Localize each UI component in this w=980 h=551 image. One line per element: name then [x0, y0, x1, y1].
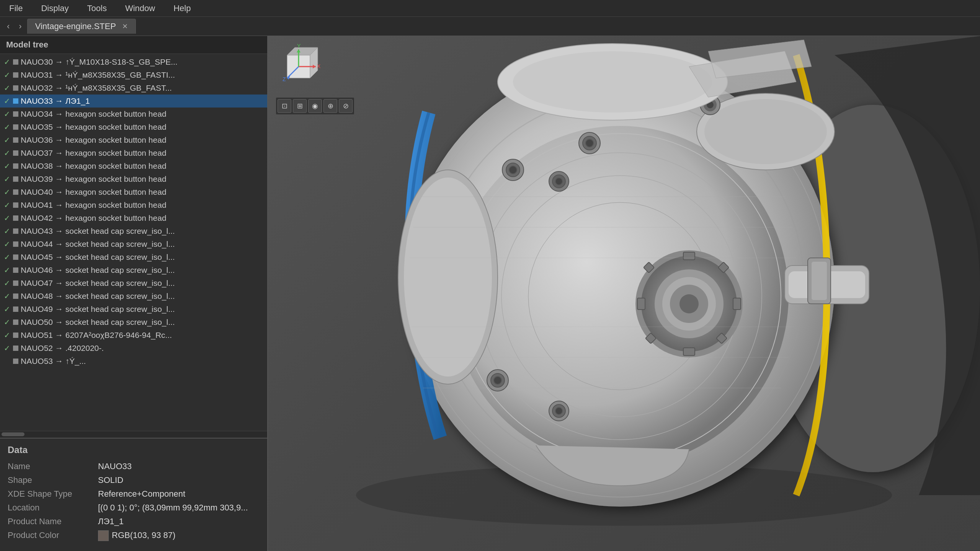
tree-item[interactable]: ✓NAUO52 → .4202020-. — [0, 342, 267, 355]
data-field-label: Product Color — [8, 530, 92, 540]
data-panel: Data NameNAUO33ShapeSOLIDXDE Shape TypeR… — [0, 438, 267, 551]
tree-item-label: NAUO34 → hexagon socket button head — [21, 109, 264, 119]
hscroll-thumb — [2, 432, 24, 436]
tree-item-label: NAUO32 → ¹нÝ_м8X358X35_GB_FAST... — [21, 83, 264, 93]
menu-display[interactable]: Display — [38, 2, 72, 15]
tree-color-square — [13, 72, 18, 78]
viewport-bg: X Y Z ⊡ ⊞ ◉ ⊕ ⊘ — [268, 36, 980, 551]
tree-item[interactable]: ✓NAUO50 → socket head cap screw_iso_l... — [0, 316, 267, 329]
tree-item-label: NAUO43 → socket head cap screw_iso_l... — [21, 227, 264, 236]
tree-color-square — [13, 241, 18, 247]
tree-check-icon: ✓ — [3, 318, 11, 327]
tree-item[interactable]: ✓NAUO37 → hexagon socket button head — [0, 147, 267, 160]
tree-check-icon: ✓ — [3, 279, 11, 288]
tree-item-label: NAUO50 → socket head cap screw_iso_l... — [21, 318, 264, 327]
tree-item-label: NAUO31 → ¹нÝ_м8X358X35_GB_FASTI... — [21, 70, 264, 80]
tree-check-icon: ✓ — [3, 305, 11, 314]
tree-item-label: NAUO33 → ЛЭ1_1 — [21, 96, 264, 106]
tree-check-icon: ✓ — [3, 83, 11, 93]
data-field-row: Product NameЛЭ1_1 — [8, 517, 260, 527]
menu-file[interactable]: File — [6, 2, 26, 15]
data-field-row: ShapeSOLID — [8, 475, 260, 485]
tree-item-label: NAUO35 → hexagon socket button head — [21, 122, 264, 132]
tree-color-square — [13, 111, 18, 117]
tree-check-icon: ✓ — [3, 57, 11, 67]
tab-close-button[interactable]: ✕ — [122, 22, 128, 31]
svg-point-36 — [679, 294, 699, 313]
tree-item-label: NAUO40 → hexagon socket button head — [21, 187, 264, 197]
svg-point-59 — [704, 99, 827, 164]
tab-vintage-engine[interactable]: Vintage-engine.STEP ✕ — [27, 19, 136, 34]
tree-color-square — [13, 320, 18, 325]
tree-check-icon: ✓ — [3, 227, 11, 236]
tree-item[interactable]: ✓NAUO49 → socket head cap screw_iso_l... — [0, 303, 267, 316]
data-field-label: Shape — [8, 475, 92, 485]
tree-color-square — [13, 359, 18, 364]
tree-item[interactable]: ✓NAUO48 → socket head cap screw_iso_l... — [0, 290, 267, 303]
tree-color-square — [13, 176, 18, 182]
svg-point-39 — [509, 166, 517, 174]
menu-window[interactable]: Window — [122, 2, 158, 15]
svg-rect-28 — [733, 298, 741, 310]
tree-item-label: NAUO46 → socket head cap screw_iso_l... — [21, 266, 264, 275]
tree-check-icon: ✓ — [3, 161, 11, 171]
tree-hscroll[interactable] — [0, 431, 267, 438]
tree-check-icon: ✓ — [3, 70, 11, 80]
tree-check-icon: ✓ — [3, 174, 11, 184]
tree-color-square — [13, 333, 18, 338]
tree-item-label: NAUO30 → ↑Ý_M10X18-S18-S_GB_SPE... — [21, 57, 264, 67]
tree-item[interactable]: ✓NAUO42 → hexagon socket button head — [0, 212, 267, 225]
menu-help[interactable]: Help — [170, 2, 194, 15]
svg-point-66 — [404, 178, 492, 377]
tree-check-icon: ✓ — [3, 331, 11, 340]
tree-item[interactable]: ✓NAUO32 → ¹нÝ_м8X358X35_GB_FAST... — [0, 82, 267, 95]
tree-color-square — [13, 137, 18, 143]
tree-item[interactable]: ✓NAUO33 → ЛЭ1_1 — [0, 95, 267, 108]
tree-item[interactable]: ✓NAUO31 → ¹нÝ_м8X358X35_GB_FASTI... — [0, 68, 267, 82]
tree-color-square — [13, 267, 18, 273]
tab-next-button[interactable]: › — [15, 20, 25, 33]
svg-rect-70 — [812, 262, 827, 300]
menu-tools[interactable]: Tools — [84, 2, 110, 15]
tree-item[interactable]: ✓NAUO40 → hexagon socket button head — [0, 186, 267, 199]
tree-item-label: NAUO53 → ↑Ý_... — [21, 357, 264, 366]
tree-color-square — [13, 346, 18, 351]
tree-item[interactable]: ✓NAUO44 → socket head cap screw_iso_l... — [0, 238, 267, 251]
tree-item-label: NAUO51 → 6207А²ооχΒ276-946-94_Rc... — [21, 331, 264, 340]
tree-check-icon: ✓ — [3, 135, 11, 145]
tree-item[interactable]: ✓NAUO30 → ↑Ý_M10X18-S18-S_GB_SPE... — [0, 55, 267, 68]
tree-item-label: NAUO49 → socket head cap screw_iso_l... — [21, 305, 264, 314]
tree-item-label: NAUO52 → .4202020-. — [21, 344, 264, 353]
tree-item[interactable]: NAUO53 → ↑Ý_... — [0, 355, 267, 368]
viewport-area[interactable]: X Y Z ⊡ ⊞ ◉ ⊕ ⊘ — [268, 36, 980, 551]
tree-item[interactable]: ✓NAUO41 → hexagon socket button head — [0, 199, 267, 212]
tree-item[interactable]: ✓NAUO39 → hexagon socket button head — [0, 173, 267, 186]
tree-item[interactable]: ✓NAUO38 → hexagon socket button head — [0, 160, 267, 173]
data-field-value: RGB(103, 93 87) — [98, 530, 260, 541]
tree-item-label: NAUO38 → hexagon socket button head — [21, 161, 264, 171]
data-field-value: ЛЭ1_1 — [98, 517, 260, 527]
tree-color-square — [13, 254, 18, 260]
data-field-row: Location[(0 0 1); 0°; (83,09mm 99,92mm 3… — [8, 503, 260, 513]
tree-item[interactable]: ✓NAUO35 → hexagon socket button head — [0, 121, 267, 134]
tree-item[interactable]: ✓NAUO51 → 6207А²ооχΒ276-946-94_Rc... — [0, 329, 267, 342]
tree-item[interactable]: ✓NAUO46 → socket head cap screw_iso_l... — [0, 264, 267, 277]
tree-color-square — [13, 280, 18, 286]
tree-check-icon: ✓ — [3, 122, 11, 132]
tree-item[interactable]: ✓NAUO43 → socket head cap screw_iso_l... — [0, 225, 267, 238]
tree-check-icon: ✓ — [3, 109, 11, 119]
tree-item[interactable]: ✓NAUO47 → socket head cap screw_iso_l... — [0, 277, 267, 290]
tree-item[interactable]: ✓NAUO34 → hexagon socket button head — [0, 108, 267, 121]
color-swatch — [98, 530, 109, 541]
tab-prev-button[interactable]: ‹ — [3, 20, 13, 33]
tabbar: ‹ › Vintage-engine.STEP ✕ — [0, 17, 980, 36]
tree-check-icon: ✓ — [3, 240, 11, 249]
tree-item-label: NAUO44 → socket head cap screw_iso_l... — [21, 240, 264, 249]
svg-rect-27 — [637, 298, 645, 310]
tree-item[interactable]: ✓NAUO45 → socket head cap screw_iso_l... — [0, 251, 267, 264]
model-tree-area[interactable]: ✓NAUO30 → ↑Ý_M10X18-S18-S_GB_SPE...✓NAUO… — [0, 54, 267, 431]
tree-check-icon: ✓ — [3, 266, 11, 275]
tree-check-icon: ✓ — [3, 201, 11, 210]
svg-rect-26 — [683, 348, 695, 355]
tree-item[interactable]: ✓NAUO36 → hexagon socket button head — [0, 134, 267, 147]
